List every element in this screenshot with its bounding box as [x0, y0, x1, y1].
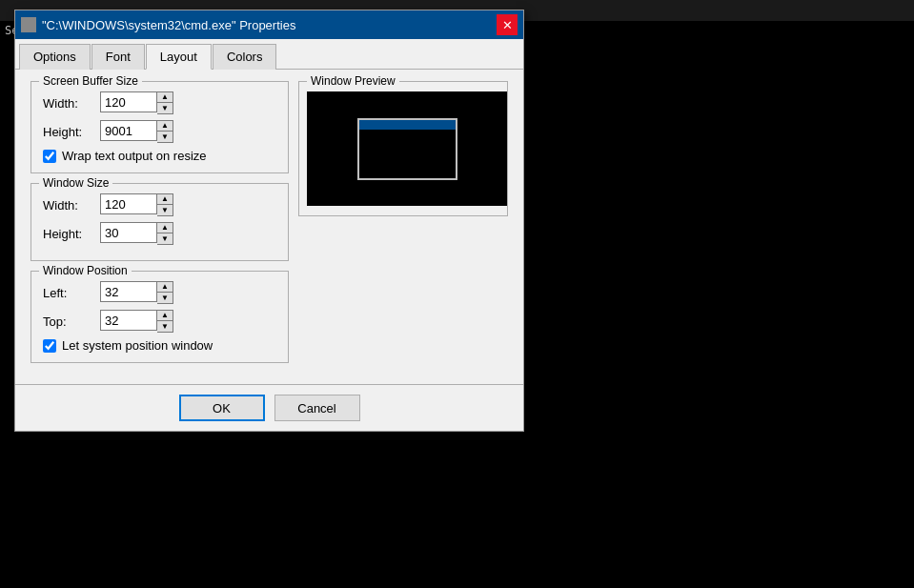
- pos-top-spinbox: ▲ ▼: [100, 310, 173, 333]
- buffer-width-spinbox: ▲ ▼: [100, 91, 173, 114]
- pos-left-row: Left: ▲ ▼: [43, 281, 276, 304]
- window-preview-legend: Window Preview: [307, 74, 399, 88]
- tab-options[interactable]: Options: [19, 44, 91, 70]
- system-pos-row: Let system position window: [43, 338, 276, 353]
- dialog-title-text: "C:\WINDOWS\system32\cmd.exe" Properties: [42, 18, 295, 32]
- buffer-height-down-btn[interactable]: ▼: [157, 132, 173, 142]
- win-width-up-btn[interactable]: ▲: [157, 194, 173, 205]
- screen-buffer-section: Screen Buffer Size Width: ▲ ▼ Height:: [30, 81, 289, 173]
- win-width-down-btn[interactable]: ▼: [157, 205, 173, 215]
- preview-inner-window: [357, 118, 457, 180]
- buffer-width-spinbox-btns: ▲ ▼: [157, 91, 173, 114]
- pos-top-row: Top: ▲ ▼: [43, 310, 276, 333]
- preview-inner-titlebar: [359, 120, 456, 130]
- pos-left-up-btn[interactable]: ▲: [157, 282, 173, 293]
- win-width-label: Width:: [43, 198, 100, 213]
- buffer-height-up-btn[interactable]: ▲: [157, 121, 173, 132]
- wrap-text-label: Wrap text output on resize: [62, 149, 207, 163]
- dialog-close-button[interactable]: ✕: [497, 14, 518, 35]
- win-height-input[interactable]: [100, 222, 157, 243]
- pos-left-input[interactable]: [100, 281, 157, 302]
- win-height-spinbox-btns: ▲ ▼: [157, 222, 173, 245]
- pos-top-down-btn[interactable]: ▼: [157, 321, 173, 332]
- pos-top-spinbox-btns: ▲ ▼: [157, 310, 173, 333]
- window-position-legend: Window Position: [39, 264, 132, 277]
- cmd-icon: [21, 17, 36, 32]
- system-position-checkbox[interactable]: [43, 339, 56, 353]
- dialog-tabs: Options Font Layout Colors: [15, 39, 523, 70]
- dialog-content: Screen Buffer Size Width: ▲ ▼ Height:: [15, 70, 523, 384]
- buffer-height-label: Height:: [43, 125, 100, 139]
- win-width-input[interactable]: [100, 193, 157, 214]
- pos-top-label: Top:: [43, 314, 100, 329]
- buffer-height-spinbox: ▲ ▼: [100, 120, 173, 143]
- win-height-row: Height: ▲ ▼: [43, 222, 276, 245]
- wrap-text-row: Wrap text output on resize: [43, 149, 276, 163]
- dialog-title-left: "C:\WINDOWS\system32\cmd.exe" Properties: [21, 17, 295, 32]
- pos-left-label: Left:: [43, 286, 100, 300]
- buffer-height-input[interactable]: [100, 120, 157, 141]
- tab-layout[interactable]: Layout: [146, 44, 212, 70]
- dialog-footer: OK Cancel: [15, 384, 523, 431]
- buffer-width-down-btn[interactable]: ▼: [157, 103, 173, 113]
- screen-buffer-legend: Screen Buffer Size: [39, 74, 142, 88]
- buffer-width-up-btn[interactable]: ▲: [157, 92, 173, 103]
- win-height-label: Height:: [43, 227, 100, 241]
- system-position-label: Let system position window: [62, 338, 213, 353]
- dialog-titlebar: "C:\WINDOWS\system32\cmd.exe" Properties…: [15, 10, 523, 39]
- ok-button[interactable]: OK: [179, 395, 265, 421]
- buffer-height-spinbox-btns: ▲ ▼: [157, 120, 173, 143]
- buffer-width-input[interactable]: [100, 91, 157, 112]
- win-width-row: Width: ▲ ▼: [43, 193, 276, 216]
- window-preview-canvas: [307, 91, 507, 206]
- pos-left-spinbox-btns: ▲ ▼: [157, 281, 173, 304]
- pos-top-input[interactable]: [100, 310, 157, 331]
- properties-dialog: "C:\WINDOWS\system32\cmd.exe" Properties…: [14, 10, 524, 432]
- win-width-spinbox-btns: ▲ ▼: [157, 193, 173, 216]
- tab-colors[interactable]: Colors: [213, 44, 277, 70]
- window-position-section: Window Position Left: ▲ ▼ Top:: [30, 271, 289, 363]
- win-height-up-btn[interactable]: ▲: [157, 223, 173, 233]
- pos-top-up-btn[interactable]: ▲: [157, 311, 173, 321]
- buffer-width-label: Width:: [43, 96, 100, 111]
- wrap-text-checkbox[interactable]: [43, 150, 56, 163]
- pos-left-down-btn[interactable]: ▼: [157, 293, 173, 303]
- right-column: Window Preview: [298, 81, 508, 373]
- win-height-down-btn[interactable]: ▼: [157, 233, 173, 244]
- cancel-button[interactable]: Cancel: [274, 395, 360, 421]
- win-height-spinbox: ▲ ▼: [100, 222, 173, 245]
- win-width-spinbox: ▲ ▼: [100, 193, 173, 216]
- window-size-legend: Window Size: [39, 176, 112, 190]
- pos-left-spinbox: ▲ ▼: [100, 281, 173, 304]
- buffer-height-row: Height: ▲ ▼: [43, 120, 276, 143]
- tab-font[interactable]: Font: [91, 44, 145, 70]
- buffer-width-row: Width: ▲ ▼: [43, 91, 276, 114]
- window-preview-section: Window Preview: [298, 81, 508, 216]
- window-size-section: Window Size Width: ▲ ▼ Height:: [30, 183, 289, 261]
- left-column: Screen Buffer Size Width: ▲ ▼ Height:: [30, 81, 289, 373]
- main-row: Screen Buffer Size Width: ▲ ▼ Height:: [30, 81, 508, 373]
